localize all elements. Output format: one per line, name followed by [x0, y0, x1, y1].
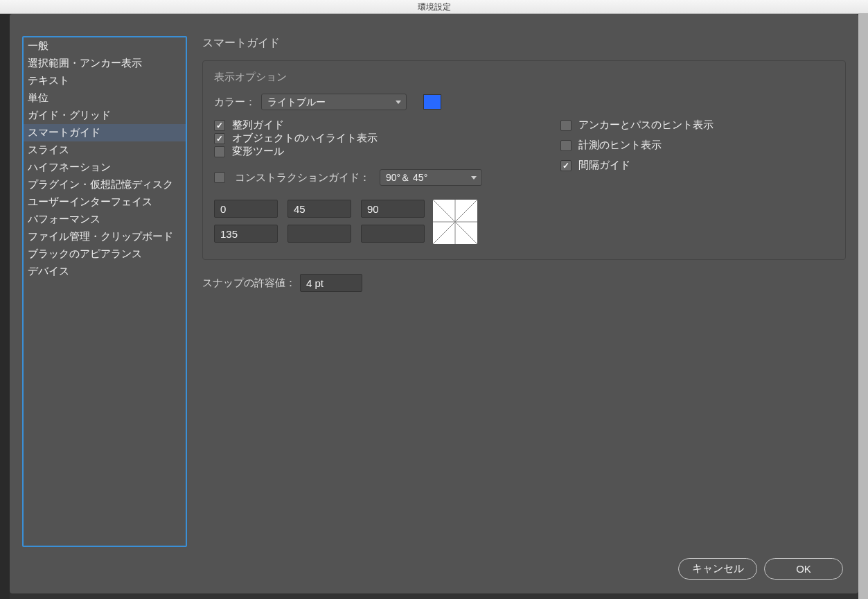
opt-right-label-0: アンカーとパスのヒント表示: [578, 119, 714, 132]
snap-label: スナップの許容値：: [202, 277, 296, 290]
opt-left-row-2: 変形ツール: [214, 145, 505, 158]
snap-input[interactable]: [300, 274, 362, 292]
sidebar-item-3[interactable]: 単位: [24, 89, 186, 107]
angle-grid: [214, 200, 425, 243]
sidebar-item-8[interactable]: プラグイン・仮想記憶ディスク: [24, 176, 186, 193]
sidebar-item-11[interactable]: ファイル管理・クリップボード: [24, 228, 186, 245]
snap-row: スナップの許容値：: [202, 274, 846, 292]
angle-input-2[interactable]: [361, 200, 425, 218]
opt-right-row-2: 間隔ガイド: [560, 159, 714, 172]
opt-right-label-2: 間隔ガイド: [578, 159, 630, 172]
sidebar-item-2[interactable]: テキスト: [24, 72, 186, 89]
opt-right-label-1: 計測のヒント表示: [578, 139, 662, 152]
color-label: カラー：: [214, 96, 256, 109]
panel-smart-guides: スマートガイド 表示オプション カラー： ライトブルー 整列ガイドオブジェク: [202, 36, 846, 547]
color-select-wrap: ライトブルー: [261, 94, 407, 110]
angle-input-0[interactable]: [214, 200, 278, 218]
sidebar-item-10[interactable]: パフォーマンス: [24, 211, 186, 228]
color-select[interactable]: ライトブルー: [261, 94, 407, 110]
sidebar-item-7[interactable]: ハイフネーション: [24, 159, 186, 176]
construction-select[interactable]: 90°＆ 45°: [380, 169, 482, 186]
color-swatch[interactable]: [423, 94, 441, 110]
angle-input-3[interactable]: [214, 225, 278, 243]
window-title: 環境設定: [418, 2, 451, 12]
sidebar-item-0[interactable]: 一般: [24, 37, 186, 55]
color-row: カラー： ライトブルー: [214, 94, 834, 110]
opt-left-label-1: オブジェクトのハイライト表示: [232, 132, 378, 145]
construction-row: コンストラクションガイド： 90°＆ 45°: [214, 169, 505, 186]
cancel-button[interactable]: キャンセル: [678, 558, 757, 580]
opt-left-check-2[interactable]: [214, 146, 225, 157]
angle-input-1[interactable]: [287, 200, 351, 218]
bg-right: [858, 14, 868, 599]
angle-input-4[interactable]: [287, 225, 351, 243]
window-titlebar: 環境設定: [0, 0, 868, 14]
bg-left: [0, 14, 10, 599]
angle-preview: [433, 200, 477, 244]
opt-left-row-0: 整列ガイド: [214, 119, 505, 132]
opt-left-check-0[interactable]: [214, 120, 225, 131]
sidebar-item-6[interactable]: スライス: [24, 141, 186, 159]
preferences-sidebar[interactable]: 一般選択範囲・アンカー表示テキスト単位ガイド・グリッドスマートガイドスライスハイ…: [22, 36, 187, 547]
preferences-dialog: 一般選択範囲・アンカー表示テキスト単位ガイド・グリッドスマートガイドスライスハイ…: [10, 14, 858, 593]
display-options-group: 表示オプション カラー： ライトブルー 整列ガイドオブジェクトのハイライト表示変…: [202, 60, 846, 260]
construction-check[interactable]: [214, 172, 225, 183]
dialog-footer: キャンセル OK: [10, 547, 858, 593]
sidebar-item-1[interactable]: 選択範囲・アンカー表示: [24, 55, 186, 72]
construction-label: コンストラクションガイド：: [235, 171, 370, 184]
group-title: 表示オプション: [214, 71, 834, 84]
ok-button[interactable]: OK: [764, 558, 843, 580]
sidebar-item-5[interactable]: スマートガイド: [24, 124, 186, 141]
opt-left-label-2: 変形ツール: [232, 145, 284, 158]
opt-left-label-0: 整列ガイド: [232, 119, 284, 132]
angles-block: [214, 200, 505, 244]
opt-right-row-0: アンカーとパスのヒント表示: [560, 119, 714, 132]
opt-right-check-1[interactable]: [560, 140, 572, 151]
sidebar-item-12[interactable]: ブラックのアピアランス: [24, 245, 186, 263]
opt-right-row-1: 計測のヒント表示: [560, 139, 714, 152]
opt-right-check-0[interactable]: [560, 120, 572, 131]
opt-right-check-2[interactable]: [560, 160, 572, 171]
panel-title: スマートガイド: [202, 36, 846, 51]
sidebar-item-4[interactable]: ガイド・グリッド: [24, 107, 186, 124]
sidebar-item-13[interactable]: デバイス: [24, 263, 186, 280]
opt-left-check-1[interactable]: [214, 133, 225, 144]
sidebar-item-9[interactable]: ユーザーインターフェイス: [24, 193, 186, 211]
construction-select-wrap: 90°＆ 45°: [380, 169, 482, 186]
opt-left-row-1: オブジェクトのハイライト表示: [214, 132, 505, 145]
angle-input-5[interactable]: [361, 225, 425, 243]
